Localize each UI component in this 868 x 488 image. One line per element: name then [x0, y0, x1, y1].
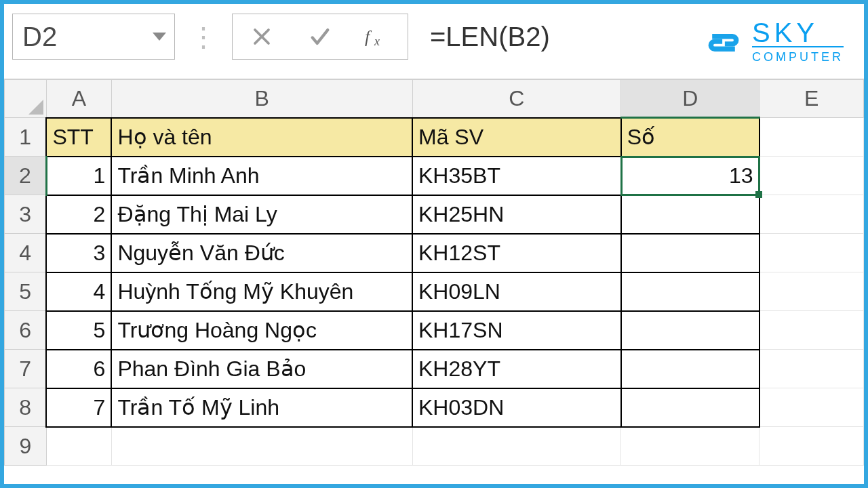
cell-C9[interactable] — [412, 427, 621, 466]
fx-icon[interactable]: f x — [362, 20, 395, 53]
cell-A4[interactable]: 3 — [46, 234, 111, 272]
cancel-icon[interactable] — [245, 20, 278, 53]
cell-C2[interactable]: KH35BT — [412, 157, 621, 195]
cell-E4[interactable] — [760, 234, 864, 272]
cell-C8[interactable]: KH03DN — [412, 388, 621, 427]
cell-D5[interactable] — [621, 272, 760, 311]
cell-D6[interactable] — [621, 311, 760, 350]
cell-E9[interactable] — [760, 427, 864, 466]
cell-D4[interactable] — [621, 234, 760, 272]
cell-B3[interactable]: Đặng Thị Mai Ly — [111, 195, 412, 234]
cell-E6[interactable] — [760, 311, 864, 350]
cell-C6[interactable]: KH17SN — [412, 311, 621, 350]
formula-text: =LEN(B2) — [430, 22, 550, 52]
cell-C4[interactable]: KH12ST — [412, 234, 621, 272]
spreadsheet: A B C D E 1 STT Họ và tên Mã SV Số 2 1 T… — [4, 79, 864, 466]
cell-A9[interactable] — [46, 427, 111, 466]
cell-E8[interactable] — [760, 388, 864, 427]
svg-text:f: f — [365, 27, 372, 47]
cell-A1[interactable]: STT — [46, 118, 111, 157]
cell-D2[interactable]: 13 — [621, 157, 760, 195]
separator-dots-icon: ⋮ — [187, 23, 220, 50]
cell-D8[interactable] — [621, 388, 760, 427]
cell-B1[interactable]: Họ và tên — [111, 118, 412, 157]
cell-E3[interactable] — [760, 195, 864, 234]
col-header-A[interactable]: A — [46, 80, 111, 118]
formula-input[interactable]: =LEN(B2) — [420, 14, 705, 60]
cell-B5[interactable]: Huỳnh Tống Mỹ Khuyên — [111, 272, 412, 311]
cell-B8[interactable]: Trần Tố Mỹ Linh — [111, 388, 412, 427]
cell-E5[interactable] — [760, 272, 864, 311]
row-header-4[interactable]: 4 — [5, 234, 47, 272]
cell-C5[interactable]: KH09LN — [412, 272, 621, 311]
name-box[interactable]: D2 — [12, 14, 175, 60]
row-header-7[interactable]: 7 — [5, 350, 47, 388]
cell-A6[interactable]: 5 — [46, 311, 111, 350]
row-header-5[interactable]: 5 — [5, 272, 47, 311]
cell-B7[interactable]: Phan Đình Gia Bảo — [111, 350, 412, 388]
cell-E2[interactable] — [760, 157, 864, 195]
brand-mark-icon — [705, 24, 743, 62]
formula-buttons: f x — [232, 14, 408, 60]
select-all-corner[interactable] — [5, 80, 47, 118]
cell-A2[interactable]: 1 — [46, 157, 111, 195]
row-header-3[interactable]: 3 — [5, 195, 47, 234]
cell-C7[interactable]: KH28YT — [412, 350, 621, 388]
row-header-8[interactable]: 8 — [5, 388, 47, 427]
row-header-1[interactable]: 1 — [5, 118, 47, 157]
name-box-value: D2 — [22, 22, 57, 52]
cell-B9[interactable] — [111, 427, 412, 466]
chevron-down-icon[interactable] — [153, 33, 166, 41]
cell-E7[interactable] — [760, 350, 864, 388]
cell-A7[interactable]: 6 — [46, 350, 111, 388]
cell-C3[interactable]: KH25HN — [412, 195, 621, 234]
cell-D3[interactable] — [621, 195, 760, 234]
brand-title: SKY — [752, 20, 844, 45]
svg-text:x: x — [374, 35, 380, 48]
row-header-2[interactable]: 2 — [5, 157, 47, 195]
cell-D7[interactable] — [621, 350, 760, 388]
cell-A5[interactable]: 4 — [46, 272, 111, 311]
cell-E1[interactable] — [760, 118, 864, 157]
enter-icon[interactable] — [304, 20, 336, 53]
col-header-E[interactable]: E — [760, 80, 864, 118]
col-header-D[interactable]: D — [621, 80, 760, 118]
cell-A3[interactable]: 2 — [46, 195, 111, 234]
row-header-6[interactable]: 6 — [5, 311, 47, 350]
col-header-B[interactable]: B — [111, 80, 412, 118]
grid-table: A B C D E 1 STT Họ và tên Mã SV Số 2 1 T… — [4, 79, 864, 466]
cell-C1[interactable]: Mã SV — [412, 118, 621, 157]
col-header-C[interactable]: C — [412, 80, 621, 118]
brand-text: SKY COMPUTER — [752, 20, 844, 64]
cell-B2[interactable]: Trần Minh Anh — [111, 157, 412, 195]
cell-D1[interactable]: Số — [621, 118, 760, 157]
cell-D9[interactable] — [621, 427, 760, 466]
cell-A8[interactable]: 7 — [46, 388, 111, 427]
row-header-9[interactable]: 9 — [5, 427, 47, 466]
cell-B4[interactable]: Nguyễn Văn Đức — [111, 234, 412, 272]
brand-subtitle: COMPUTER — [752, 46, 844, 64]
brand-logo: SKY COMPUTER — [705, 20, 844, 64]
cell-B6[interactable]: Trương Hoàng Ngọc — [111, 311, 412, 350]
